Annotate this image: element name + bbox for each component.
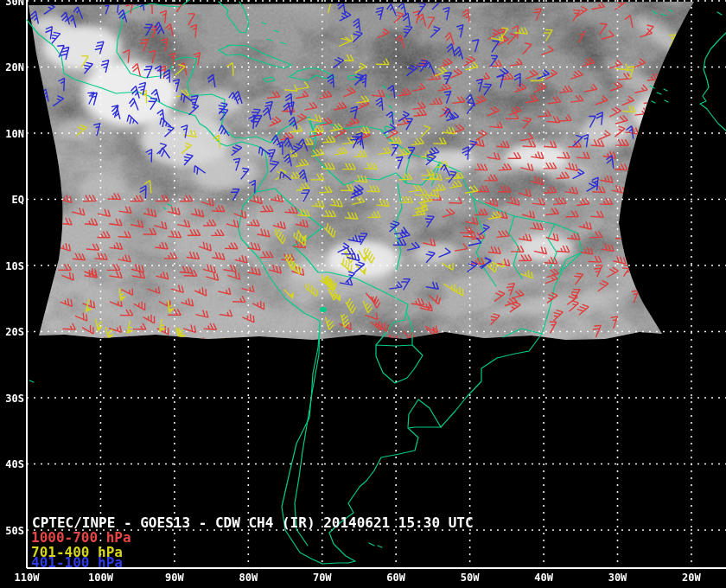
y-axis-label-40S: 40S bbox=[5, 458, 24, 470]
y-axis-label-10N: 10N bbox=[5, 128, 24, 140]
legend-high-label: 401-100 hPa bbox=[31, 554, 123, 571]
y-axis-label-20N: 20N bbox=[5, 61, 24, 74]
x-axis-label-20W: 20W bbox=[682, 572, 701, 584]
x-axis-label-90W: 90W bbox=[165, 572, 184, 584]
x-axis-label-80W: 80W bbox=[239, 572, 258, 584]
x-axis-label-110W: 110W bbox=[15, 572, 41, 584]
satellite-wind-map: 30N20N10NEQ10S20S30S40S50S110W100W90W80W… bbox=[0, 0, 726, 588]
lake-titicaca bbox=[320, 307, 327, 312]
y-axis-label-30N: 30N bbox=[5, 0, 24, 8]
x-axis-label-30W: 30W bbox=[608, 572, 627, 584]
y-axis-label-30S: 30S bbox=[5, 393, 24, 405]
x-axis-label-70W: 70W bbox=[313, 572, 332, 584]
x-axis-label-50W: 50W bbox=[461, 572, 480, 584]
x-axis-label-100W: 100W bbox=[88, 572, 114, 584]
y-axis-label-20S: 20S bbox=[5, 326, 24, 338]
y-axis-label-10S: 10S bbox=[5, 260, 24, 272]
x-axis-label-40W: 40W bbox=[534, 572, 553, 584]
x-axis-label-60W: 60W bbox=[386, 572, 405, 584]
y-axis-label-EQ: EQ bbox=[12, 194, 24, 206]
y-axis-label-50S: 50S bbox=[5, 525, 24, 537]
